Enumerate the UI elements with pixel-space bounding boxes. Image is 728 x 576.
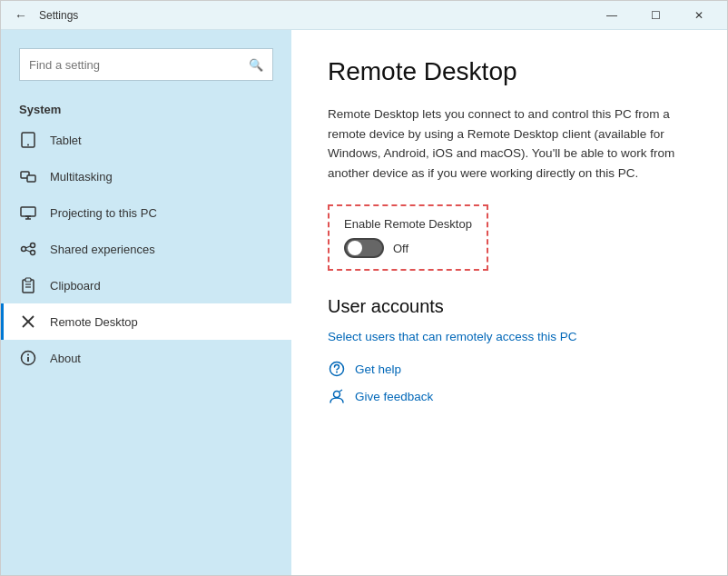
clipboard-icon [19,276,37,294]
sidebar-item-projecting[interactable]: Projecting to this PC [1,194,291,231]
sidebar-item-tablet[interactable]: Tablet [1,122,291,158]
give-feedback-row[interactable]: Give feedback [328,387,691,405]
give-feedback-label[interactable]: Give feedback [355,390,433,403]
svg-point-9 [31,243,35,248]
back-button[interactable]: ← [8,3,34,28]
description-text: Remote Desktop lets you connect to and c… [328,104,691,183]
main-content: Remote Desktop Remote Desktop lets you c… [291,30,727,575]
shared-icon [19,240,37,258]
tablet-icon [19,131,37,149]
get-help-row[interactable]: Get help [328,360,691,378]
page-title: Remote Desktop [328,57,691,86]
select-users-link[interactable]: Select users that can remotely access th… [328,330,691,343]
toggle-knob [348,241,362,255]
svg-line-12 [25,250,31,252]
svg-point-1 [27,144,29,146]
titlebar-controls: — ☐ ✕ [591,1,720,30]
svg-point-23 [336,372,338,373]
svg-rect-4 [21,207,35,216]
window: ← Settings — ☐ ✕ 🔍 System [0,0,728,576]
svg-line-11 [25,246,31,248]
sidebar: 🔍 System Tablet [1,30,291,575]
enable-remote-desktop-section: Enable Remote Desktop Off [328,204,488,271]
sidebar-item-multitasking[interactable]: Multitasking [1,158,291,194]
remote-desktop-toggle[interactable] [344,238,384,258]
user-accounts-title: User accounts [328,296,691,317]
titlebar: ← Settings — ☐ ✕ [1,1,727,30]
close-button[interactable]: ✕ [678,1,720,30]
svg-point-21 [27,354,29,356]
sidebar-item-label-shared: Shared experiences [50,243,155,256]
svg-line-25 [339,390,342,392]
toggle-label: Enable Remote Desktop [344,217,472,231]
get-help-icon [328,360,346,378]
sidebar-item-label-multitasking: Multitasking [50,170,113,184]
content-area: 🔍 System Tablet [1,30,727,575]
maximize-button[interactable]: ☐ [635,1,676,30]
give-feedback-icon [328,387,346,405]
sidebar-item-remote[interactable]: Remote Desktop [1,303,291,340]
svg-point-10 [31,251,35,255]
get-help-label[interactable]: Get help [355,362,401,376]
sidebar-item-label-about: About [50,352,81,365]
search-icon: 🔍 [249,58,263,72]
sidebar-item-label-tablet: Tablet [50,134,82,147]
toggle-row: Off [344,238,472,258]
sidebar-item-label-clipboard: Clipboard [50,279,101,293]
titlebar-title: Settings [39,9,78,22]
sidebar-item-shared[interactable]: Shared experiences [1,231,291,267]
section-label: System [1,90,291,122]
remote-icon [19,313,37,331]
svg-point-24 [334,392,340,398]
svg-rect-3 [27,175,35,182]
search-input[interactable] [29,58,249,72]
sidebar-item-clipboard[interactable]: Clipboard [1,267,291,303]
svg-point-8 [22,247,26,252]
search-box[interactable]: 🔍 [19,48,273,81]
svg-rect-14 [25,278,31,282]
sidebar-item-label-remote: Remote Desktop [50,315,138,329]
toggle-state-label: Off [393,242,408,255]
sidebar-header: 🔍 [1,30,291,90]
multitasking-icon [19,167,37,185]
sidebar-item-label-projecting: Projecting to this PC [50,206,157,220]
nav-list: Tablet Multitasking [1,122,291,376]
sidebar-item-about[interactable]: About [1,340,291,376]
minimize-button[interactable]: — [591,1,633,30]
projecting-icon [19,204,37,222]
about-icon [19,349,37,367]
